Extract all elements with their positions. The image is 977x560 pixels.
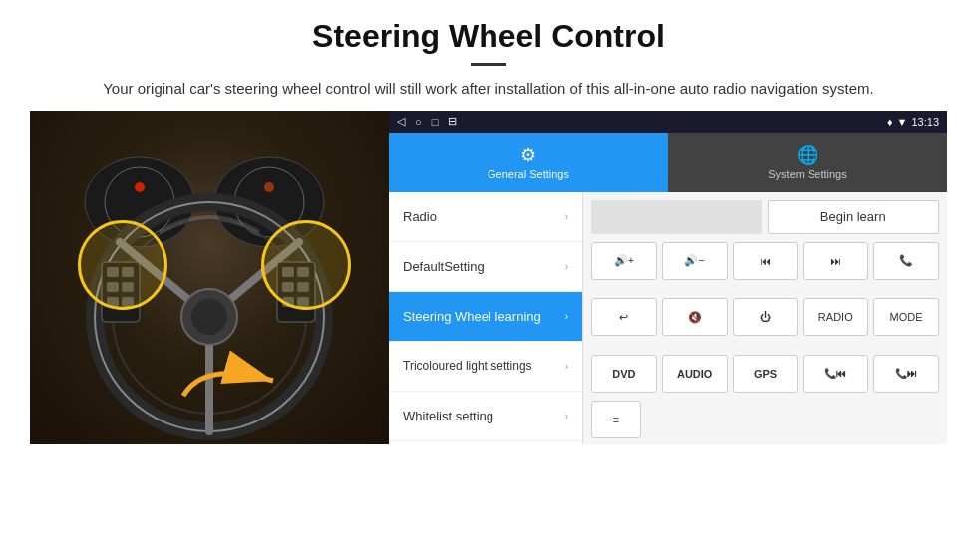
chevron-icon-radio: ›: [565, 211, 568, 222]
chevron-icon-steering: ›: [565, 311, 568, 322]
mode-label: MODE: [890, 311, 923, 323]
system-icon: 🌐: [797, 144, 818, 166]
back-icon[interactable]: ◁: [397, 115, 405, 128]
list-icon: ≡: [613, 414, 619, 425]
page-wrapper: Steering Wheel Control Your original car…: [0, 0, 977, 454]
main-content: ◁ ○ □ ⊟ ♦ ▼ 13:13 ⚙ General Settings: [0, 111, 977, 454]
status-bar: ◁ ○ □ ⊟ ♦ ▼ 13:13: [389, 111, 947, 133]
left-menu: Radio › DefaultSetting › Steering Wheel …: [389, 192, 583, 444]
mode-btn[interactable]: MODE: [873, 298, 939, 336]
tab-bar: ⚙ General Settings 🌐 System Settings: [389, 133, 947, 192]
next-icon: ⏭: [830, 255, 841, 267]
tab-general-label: General Settings: [488, 168, 569, 180]
button-grid-row2: ↩ 🔇 ⏻ RADIO MODE: [583, 298, 947, 355]
vol-up-icon: 🔊+: [614, 254, 634, 267]
call-button[interactable]: 📞: [873, 242, 939, 280]
vol-down-icon: 🔊−: [684, 254, 704, 267]
arrow-overlay: [173, 351, 293, 415]
button-grid-row3: DVD AUDIO GPS 📞⏮ 📞⏭: [583, 355, 947, 401]
right-panel: Begin learn 🔊+ 🔊− ⏮: [583, 192, 947, 444]
list-icon-row: ≡: [583, 401, 947, 444]
begin-learn-spacer: [591, 200, 762, 234]
tab-system-label: System Settings: [768, 168, 846, 180]
power-button[interactable]: ⏻: [733, 298, 799, 336]
page-header: Steering Wheel Control Your original car…: [0, 0, 977, 111]
page-subtitle: Your original car's steering wheel contr…: [80, 78, 897, 101]
dvd-label: DVD: [612, 368, 635, 380]
radio-label: RADIO: [818, 311, 853, 323]
radio-btn[interactable]: RADIO: [803, 298, 868, 336]
hang-up-button[interactable]: ↩: [591, 298, 657, 336]
audio-btn[interactable]: AUDIO: [662, 355, 728, 393]
mute-button[interactable]: 🔇: [662, 298, 728, 336]
menu-item-steering[interactable]: Steering Wheel learning ›: [389, 292, 582, 342]
menu-icon[interactable]: ⊟: [448, 115, 457, 128]
button-grid-row1: 🔊+ 🔊− ⏮ ⏭ 📞: [583, 242, 947, 299]
vol-up-button[interactable]: 🔊+: [591, 242, 657, 280]
gear-icon: ⚙: [520, 144, 536, 166]
chevron-icon-default: ›: [565, 261, 568, 272]
menu-tricoloured-label: Tricoloured light settings: [403, 359, 532, 373]
svg-point-5: [264, 182, 274, 192]
vol-down-button[interactable]: 🔊−: [662, 242, 728, 280]
call-next-btn[interactable]: 📞⏭: [873, 355, 939, 393]
menu-default-label: DefaultSetting: [403, 259, 485, 274]
menu-steering-label: Steering Wheel learning: [403, 309, 541, 324]
call-prev-btn[interactable]: 📞⏮: [803, 355, 868, 393]
time-display: 13:13: [911, 116, 939, 128]
menu-item-whitelist[interactable]: Whitelist setting ›: [389, 392, 582, 441]
settings-content: Radio › DefaultSetting › Steering Wheel …: [389, 192, 947, 444]
recent-icon[interactable]: □: [432, 116, 439, 128]
svg-point-13: [191, 299, 227, 335]
highlight-circle-right: [261, 220, 351, 310]
menu-item-tricoloured[interactable]: Tricoloured light settings ›: [389, 342, 582, 392]
menu-item-default[interactable]: DefaultSetting ›: [389, 242, 582, 292]
highlight-circle-left: [78, 220, 167, 310]
prev-track-button[interactable]: ⏮: [733, 242, 799, 280]
tab-system-settings[interactable]: 🌐 System Settings: [668, 133, 947, 192]
hangup-icon: ↩: [619, 311, 628, 324]
gps-btn[interactable]: GPS: [733, 355, 799, 393]
location-icon: ♦: [887, 116, 893, 128]
dvd-btn[interactable]: DVD: [591, 355, 657, 393]
signal-icon: ▼: [897, 116, 908, 128]
begin-learn-row: Begin learn: [583, 192, 947, 242]
list-icon-button[interactable]: ≡: [591, 401, 641, 438]
next-track-button[interactable]: ⏭: [803, 242, 868, 280]
mute-icon: 🔇: [688, 311, 702, 324]
prev-icon: ⏮: [760, 255, 771, 267]
home-icon[interactable]: ○: [415, 116, 422, 128]
call-prev-icon: 📞⏮: [824, 368, 846, 379]
chevron-icon-whitelist: ›: [565, 411, 568, 421]
phone-icon: 📞: [899, 254, 913, 267]
android-screen: ◁ ○ □ ⊟ ♦ ▼ 13:13 ⚙ General Settings: [389, 111, 947, 444]
status-bar-left: ◁ ○ □ ⊟: [397, 115, 457, 128]
chevron-icon-tricoloured: ›: [565, 361, 568, 372]
gps-label: GPS: [754, 368, 777, 380]
menu-whitelist-label: Whitelist setting: [403, 409, 493, 423]
steering-wheel-area: [30, 111, 389, 444]
svg-point-4: [135, 182, 145, 192]
tab-general-settings[interactable]: ⚙ General Settings: [389, 133, 668, 192]
status-bar-right: ♦ ▼ 13:13: [887, 116, 939, 128]
call-next-icon: 📞⏭: [895, 368, 917, 379]
page-title: Steering Wheel Control: [60, 18, 917, 55]
power-icon: ⏻: [760, 311, 771, 323]
audio-label: AUDIO: [677, 368, 712, 380]
title-divider: [471, 63, 506, 66]
menu-radio-label: Radio: [403, 209, 437, 224]
begin-learn-button[interactable]: Begin learn: [768, 200, 940, 234]
menu-item-radio[interactable]: Radio ›: [389, 192, 582, 242]
